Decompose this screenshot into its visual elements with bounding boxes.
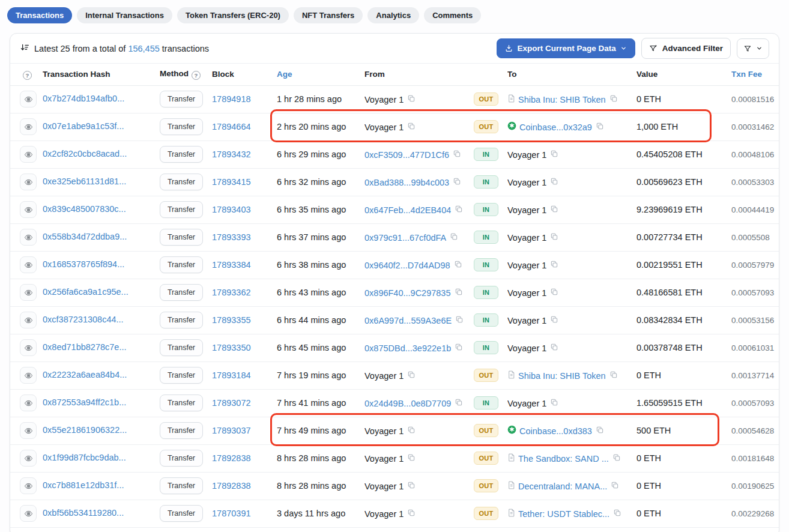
tab-internal-transactions[interactable]: Internal Transactions	[77, 7, 172, 23]
block-link[interactable]: 17893355	[212, 315, 251, 325]
block-link[interactable]: 17893350	[212, 343, 251, 352]
block-link[interactable]: 17893362	[212, 288, 251, 297]
block-link[interactable]: 17893393	[212, 232, 251, 242]
tab-transactions[interactable]: Transactions	[7, 7, 72, 23]
block-link[interactable]: 17894664	[212, 122, 251, 131]
copy-address-icon[interactable]	[550, 177, 558, 186]
copy-address-icon[interactable]	[596, 122, 604, 130]
block-link[interactable]: 17893037	[212, 426, 251, 435]
advanced-filter-button[interactable]: Advanced Filter	[641, 38, 731, 59]
from-address-link[interactable]: 0x979c91...67cf0dFA	[364, 233, 446, 243]
to-address-link[interactable]: Coinbase...0xd383	[519, 426, 592, 436]
txn-hash-link[interactable]: 0x1685378765f894...	[43, 259, 124, 269]
copy-address-icon[interactable]	[550, 398, 558, 407]
txn-hash-link[interactable]: 0x07e1abe9a1c53f...	[43, 121, 124, 131]
copy-address-icon[interactable]	[609, 94, 618, 103]
block-link[interactable]: 17893184	[212, 370, 251, 380]
block-link[interactable]: 17892838	[212, 453, 251, 463]
eye-preview-button[interactable]	[20, 505, 37, 522]
to-address-link[interactable]: Coinbase...0x32a9	[519, 122, 592, 132]
txn-hash-link[interactable]: 0xe325eb61131d81...	[43, 177, 126, 186]
copy-address-icon[interactable]	[612, 453, 621, 462]
column-header-age[interactable]: Age	[277, 64, 364, 85]
eye-preview-button[interactable]	[20, 339, 37, 356]
txn-hash-link[interactable]: 0x839c485007830c...	[43, 204, 126, 214]
copy-address-icon[interactable]	[455, 315, 464, 324]
copy-address-icon[interactable]	[455, 398, 463, 407]
txn-hash-link[interactable]: 0x2cf82c0cbc8acad...	[43, 149, 127, 159]
block-link[interactable]: 17893432	[212, 150, 251, 159]
from-address-link[interactable]: 0x6A997d...559A3e6E	[364, 316, 452, 325]
copy-address-icon[interactable]	[407, 481, 416, 489]
to-address-link[interactable]: Tether: USDT Stablec...	[518, 509, 609, 519]
block-link[interactable]: 17893072	[212, 398, 251, 408]
eye-preview-button[interactable]	[20, 394, 37, 411]
column-header-txn-fee[interactable]: Txn Fee	[731, 64, 779, 85]
eye-preview-button[interactable]	[20, 118, 37, 135]
copy-address-icon[interactable]	[453, 150, 461, 158]
from-address-link[interactable]: 0x9640f2...D7d4AD98	[364, 261, 450, 270]
copy-address-icon[interactable]	[407, 370, 416, 379]
txn-hash-link[interactable]: 0x558b34d72ddba9...	[43, 232, 127, 241]
from-address-link[interactable]: 0x875DBd...3e922e1b	[364, 343, 451, 353]
copy-address-icon[interactable]	[550, 150, 558, 158]
txn-hash-link[interactable]: 0xc7b881e12db31f...	[43, 480, 124, 490]
tab-nft-transfers[interactable]: NFT Transfers	[294, 7, 363, 23]
to-address-link[interactable]: The Sandbox: SAND ...	[518, 454, 609, 464]
block-link[interactable]: 17870391	[212, 509, 251, 518]
to-address-link[interactable]: Shiba Inu: SHIB Token	[518, 95, 606, 104]
from-address-link[interactable]: 0x647Feb...4d2EB404	[364, 205, 451, 215]
eye-preview-button[interactable]	[20, 477, 37, 494]
copy-address-icon[interactable]	[407, 122, 416, 130]
copy-address-icon[interactable]	[454, 260, 462, 268]
copy-address-icon[interactable]	[550, 260, 558, 268]
txn-hash-link[interactable]: 0x7b274db194afb0...	[43, 94, 124, 103]
block-link[interactable]: 17893415	[212, 177, 251, 187]
eye-preview-button[interactable]	[20, 312, 37, 328]
txn-hash-link[interactable]: 0x256fa6ca9a1c95e...	[43, 287, 128, 297]
export-page-data-button[interactable]: Export Current Page Data	[497, 38, 635, 59]
copy-address-icon[interactable]	[455, 288, 463, 296]
copy-address-icon[interactable]	[550, 288, 558, 296]
eye-preview-button[interactable]	[20, 146, 37, 163]
block-link[interactable]: 17893403	[212, 205, 251, 214]
copy-address-icon[interactable]	[407, 94, 416, 103]
copy-address-icon[interactable]	[455, 205, 463, 213]
txn-hash-link[interactable]: 0xbf56b534119280...	[43, 508, 124, 518]
to-address-link[interactable]: Decentraland: MANA...	[518, 482, 607, 491]
txn-hash-link[interactable]: 0xcf387231308c44...	[43, 315, 124, 324]
copy-address-icon[interactable]	[613, 509, 621, 517]
copy-address-icon[interactable]	[611, 481, 619, 489]
block-link[interactable]: 17893384	[212, 260, 251, 270]
copy-address-icon[interactable]	[450, 232, 458, 241]
copy-address-icon[interactable]	[550, 343, 558, 351]
from-address-link[interactable]: 0x24d49B...0e8D7709	[364, 399, 451, 408]
eye-preview-button[interactable]	[20, 367, 37, 384]
txn-hash-link[interactable]: 0x55e21861906322...	[43, 425, 127, 435]
copy-address-icon[interactable]	[550, 205, 558, 213]
copy-address-icon[interactable]	[550, 232, 558, 241]
copy-address-icon[interactable]	[455, 343, 463, 351]
to-address-link[interactable]: Shiba Inu: SHIB Token	[518, 371, 606, 381]
from-address-link[interactable]: 0xcF3509...477D1Cf6	[364, 150, 449, 160]
txn-hash-link[interactable]: 0x8ed71bb8278c7e...	[43, 342, 127, 352]
eye-preview-button[interactable]	[20, 256, 37, 273]
tab-analytics[interactable]: Analytics	[367, 7, 419, 23]
copy-address-icon[interactable]	[407, 426, 416, 434]
eye-preview-button[interactable]	[20, 284, 37, 301]
eye-preview-button[interactable]	[20, 450, 37, 467]
eye-preview-button[interactable]	[20, 91, 37, 107]
block-link[interactable]: 17894918	[212, 94, 251, 104]
copy-address-icon[interactable]	[550, 315, 558, 324]
filter-dropdown-button[interactable]	[737, 38, 769, 59]
copy-address-icon[interactable]	[453, 177, 461, 186]
eye-preview-button[interactable]	[20, 229, 37, 246]
txn-hash-link[interactable]: 0x22232a6aea84b4...	[43, 370, 127, 379]
eye-preview-button[interactable]	[20, 422, 37, 439]
block-link[interactable]: 17892838	[212, 481, 251, 491]
txn-hash-link[interactable]: 0x1f99d87fcbc9dab...	[43, 453, 126, 462]
copy-address-icon[interactable]	[407, 453, 416, 462]
tab-comments[interactable]: Comments	[424, 7, 481, 23]
copy-address-icon[interactable]	[596, 426, 604, 434]
from-address-link[interactable]: 0x896F40...9C297835	[364, 288, 451, 298]
